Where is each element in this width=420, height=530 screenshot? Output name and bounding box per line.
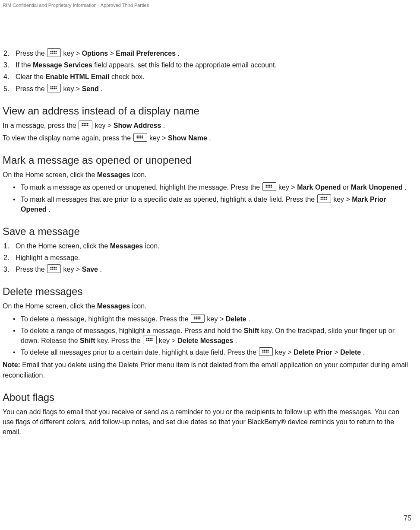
svg-point-49: [52, 267, 53, 268]
svg-point-3: [52, 52, 53, 54]
svg-point-30: [140, 137, 141, 138]
step-text: Press the key > Send .: [16, 84, 412, 94]
svg-point-5: [55, 51, 57, 52]
bullet-list: • To mark a message as opened or unopene…: [3, 182, 412, 214]
text: >: [110, 50, 116, 57]
text: In a message, press the: [3, 122, 78, 129]
svg-point-40: [320, 197, 322, 198]
text: icon.: [132, 302, 147, 310]
text: On the Home screen, click the: [3, 302, 97, 310]
messages-label: Messages: [97, 302, 130, 310]
enable-html-email-label: Enable HTML Email: [45, 73, 109, 80]
text: .: [404, 184, 406, 191]
svg-point-31: [142, 137, 143, 138]
svg-point-37: [271, 185, 272, 186]
text: key >: [149, 134, 168, 142]
text: key >: [333, 196, 352, 203]
svg-point-8: [50, 86, 51, 87]
text: .: [363, 349, 365, 356]
text: key >: [63, 85, 82, 92]
options-label: Options: [82, 50, 108, 57]
svg-point-12: [54, 86, 55, 87]
list-item: To delete a range of messages, highlight…: [21, 326, 412, 346]
list-item: To mark a message as opened or unopened,…: [21, 182, 412, 192]
text: key >: [278, 184, 297, 191]
svg-point-21: [87, 123, 88, 124]
svg-point-72: [262, 350, 263, 351]
step-number: 3.: [3, 264, 16, 274]
step-number: 2.: [3, 48, 16, 58]
svg-point-33: [267, 185, 268, 186]
svg-point-74: [262, 352, 263, 353]
page-number: 75: [404, 514, 411, 522]
text: On the Home screen, click the: [16, 242, 110, 250]
svg-point-51: [52, 269, 53, 270]
svg-point-11: [52, 88, 53, 89]
step-number: 4.: [3, 72, 16, 82]
svg-point-68: [149, 338, 151, 339]
svg-point-20: [85, 123, 87, 124]
svg-point-47: [325, 198, 327, 200]
bullet-icon: •: [13, 182, 21, 192]
svg-point-42: [320, 198, 322, 200]
text: Clear the: [16, 73, 45, 80]
svg-point-62: [198, 318, 199, 319]
step-text: Press the key > Save .: [16, 264, 412, 274]
svg-point-66: [146, 340, 147, 341]
text: .: [163, 122, 165, 129]
svg-point-18: [82, 124, 83, 126]
paragraph: To view the display name again, press th…: [3, 133, 412, 143]
text: icon.: [132, 171, 147, 178]
svg-point-52: [54, 267, 55, 268]
menu-key-icon: [143, 336, 157, 344]
menu-key-icon: [262, 182, 276, 191]
menu-key-icon: [317, 194, 331, 203]
step-number: 1.: [3, 241, 16, 251]
step-text: Press the key > Options > Email Preferen…: [16, 48, 412, 58]
text: key >: [63, 266, 82, 273]
svg-point-39: [271, 187, 272, 188]
svg-point-13: [55, 86, 57, 87]
list-item: To delete a message, highlight the messa…: [21, 314, 412, 324]
svg-point-60: [198, 316, 199, 317]
text: key >: [275, 349, 294, 356]
step-text: On the Home screen, click the Messages i…: [16, 241, 412, 251]
show-name-label: Show Name: [168, 134, 207, 142]
svg-point-23: [87, 124, 88, 126]
paragraph: In a message, press the key > Show Addre…: [3, 121, 412, 130]
text: To mark a message as opened or unopened,…: [21, 184, 262, 191]
svg-point-24: [136, 135, 138, 136]
content: 2. Press the key > Options > Email Prefe…: [3, 8, 412, 437]
text: .: [248, 315, 250, 323]
page: RIM Confidential and Proprietary Informa…: [0, 0, 420, 530]
heading-delete-messages: Delete messages: [3, 286, 412, 298]
heading-mark-message: Mark a message as opened or unopened: [3, 154, 412, 166]
heading-about-flags: About flags: [3, 391, 412, 403]
svg-point-56: [194, 316, 196, 317]
mark-opened-label: Mark Opened: [297, 184, 341, 191]
delete-messages-label: Delete Messages: [177, 337, 233, 344]
svg-point-28: [140, 135, 141, 136]
text: Email that you delete using the Delete P…: [3, 361, 408, 378]
svg-point-6: [54, 52, 55, 54]
svg-point-16: [82, 123, 83, 124]
svg-point-73: [264, 350, 265, 351]
svg-point-29: [142, 135, 143, 136]
text: Press the: [16, 50, 47, 57]
confidential-header: RIM Confidential and Proprietary Informa…: [3, 0, 412, 8]
text: To mark all messages that are prior to a…: [21, 196, 317, 203]
svg-point-1: [52, 51, 53, 52]
heading-view-address: View an address instead of a display nam…: [3, 105, 412, 117]
menu-key-icon: [47, 84, 61, 92]
svg-point-35: [267, 187, 268, 188]
text: Press the: [16, 266, 47, 273]
menu-key-icon: [79, 121, 92, 129]
shift-key-label: Shift: [80, 337, 95, 344]
text: .: [209, 134, 211, 142]
bullet-icon: •: [13, 194, 21, 204]
text: On the Home screen, click the: [3, 171, 97, 178]
svg-point-53: [55, 267, 57, 268]
bullet-icon: •: [13, 347, 21, 357]
step-number: 2.: [3, 253, 16, 263]
text: >: [334, 349, 340, 356]
